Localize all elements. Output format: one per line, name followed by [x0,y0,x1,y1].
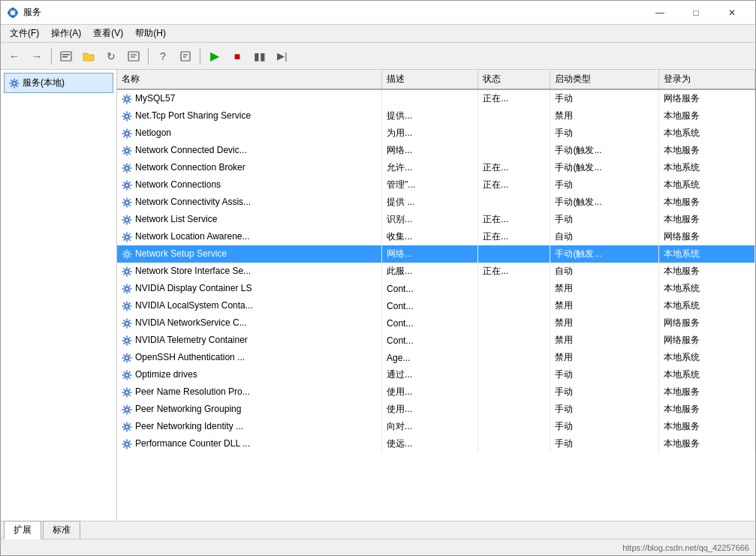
pause-button[interactable]: ▮▮ [249,46,270,67]
table-row[interactable]: Network Store Interface Se...此服...正在...自… [117,263,755,280]
service-gear-icon [122,232,132,242]
table-row[interactable]: Performance Counter DLL ...使远...手动本地服务 [117,435,755,452]
svg-point-25 [125,252,129,256]
menu-view[interactable]: 查看(V) [87,26,129,41]
restart-button[interactable]: ▶| [272,46,293,67]
table-row[interactable]: Net.Tcp Port Sharing Service提供...禁用本地服务 [117,107,755,125]
svg-point-34 [125,407,129,411]
sidebar-item-local-services[interactable]: 服务(本地) [4,73,113,93]
start-button[interactable]: ▶ [204,46,225,67]
svg-point-28 [125,304,129,308]
properties-button[interactable] [175,46,196,67]
table-row[interactable]: NVIDIA Display Container LSCont...禁用本地系统 [117,280,755,297]
maximize-button[interactable]: □ [679,2,713,24]
svg-point-35 [125,425,129,428]
stop-button[interactable]: ■ [227,46,248,67]
refresh-button[interactable]: ↻ [101,46,122,67]
service-gear-icon [122,284,132,294]
svg-point-16 [125,97,129,101]
svg-point-15 [13,81,17,85]
table-row[interactable]: NVIDIA LocalSystem Conta...Cont...禁用本地系统 [117,297,755,314]
svg-point-29 [125,321,129,325]
col-header-desc[interactable]: 描述 [382,70,478,89]
tab-bar: 扩展 标准 [1,521,755,539]
main-content: 服务(本地) 名称 描述 状态 启动类型 登录为 [1,70,755,521]
table-row[interactable]: Peer Networking Grouping使用...手动本地服务 [117,401,755,418]
services-table: 名称 描述 状态 启动类型 登录为 MySQL57正在...手动网络服务 Net… [117,70,755,452]
svg-point-36 [125,442,129,446]
service-gear-icon [122,353,132,363]
svg-point-23 [125,218,129,221]
service-gear-icon [122,249,132,260]
close-button[interactable]: ✕ [715,2,749,24]
svg-rect-7 [62,54,70,56]
svg-point-21 [125,183,129,187]
title-bar-left: 服务 [7,6,41,19]
sidebar-label: 服务(本地) [23,77,65,89]
toolbar-separator-1 [51,48,52,65]
service-gear-icon [122,370,132,380]
col-header-startup[interactable]: 启动类型 [550,70,658,89]
service-gear-icon [122,111,132,122]
service-gear-icon [122,215,132,225]
service-gear-icon [122,404,132,415]
sidebar: 服务(本地) [1,70,117,521]
service-gear-icon [122,439,132,449]
service-gear-icon [122,318,132,329]
table-row[interactable]: Peer Name Resolution Pro...使用...手动本地服务 [117,383,755,401]
svg-rect-3 [12,16,14,18]
table-row[interactable]: Network Connection Broker允许...正在...手动(触发… [117,159,755,176]
svg-point-17 [125,114,129,118]
show-hide-console-button[interactable] [56,46,77,67]
svg-rect-8 [62,56,68,58]
table-row[interactable]: Network Connectivity Assis...提供 ...手动(触发… [117,194,755,211]
service-gear-icon [122,266,132,277]
service-gear-icon [122,422,132,432]
table-row[interactable]: Netlogon为用...手动本地系统 [117,125,755,142]
status-url: https://blog.csdn.net/qq_42257666 [622,543,749,552]
table-row[interactable]: MySQL57正在...手动网络服务 [117,89,755,107]
menu-help[interactable]: 帮助(H) [129,26,172,41]
table-row[interactable]: Peer Networking Identity ...向对...手动本地服务 [117,418,755,435]
service-gear-icon [122,301,132,311]
table-row[interactable]: Network List Service识别...正在...手动本地服务 [117,211,755,228]
table-row[interactable]: OpenSSH Authentication ...Age...禁用本地系统 [117,349,755,366]
table-row[interactable]: NVIDIA NetworkService C...Cont...禁用网络服务 [117,314,755,332]
folder-button[interactable] [78,46,99,67]
col-header-name[interactable]: 名称 [117,70,382,89]
table-row[interactable]: NVIDIA Telemetry ContainerCont...禁用网络服务 [117,332,755,349]
table-row[interactable]: Network Location Awarene...收集...正在...自动网… [117,228,755,245]
table-row[interactable]: Network Setup Service网络...手动(触发...本地系统 [117,245,755,263]
service-gear-icon [122,94,132,104]
help-button[interactable]: ? [152,46,173,67]
service-gear-icon [122,335,132,346]
svg-point-20 [125,166,129,170]
col-header-login[interactable]: 登录为 [658,70,754,89]
service-gear-icon [122,163,132,173]
toolbar-separator-3 [200,48,200,65]
back-button[interactable]: ← [4,46,25,67]
table-row[interactable]: Optimize drives通过...手动本地系统 [117,366,755,383]
title-controls: — □ ✕ [643,2,749,24]
table-row[interactable]: Network Connected Devic...网络...手动(触发...本… [117,142,755,159]
tab-extended[interactable]: 扩展 [4,521,41,539]
menu-file[interactable]: 文件(F) [4,26,45,41]
table-row[interactable]: Network Connections管理"...正在...手动本地系统 [117,176,755,194]
toolbar: ← → ↻ ? ▶ ■ ▮▮ ▶| [1,43,755,70]
service-rows: MySQL57正在...手动网络服务 Net.Tcp Port Sharing … [117,89,755,452]
minimize-button[interactable]: — [643,2,677,24]
col-header-status[interactable]: 状态 [478,70,550,89]
forward-button[interactable]: → [26,46,47,67]
service-gear-icon [122,387,132,398]
svg-point-26 [125,269,129,273]
svg-rect-5 [16,12,18,14]
svg-rect-4 [8,12,10,14]
svg-point-31 [125,356,129,359]
service-gear-icon [122,128,132,139]
service-table[interactable]: 名称 描述 状态 启动类型 登录为 MySQL57正在...手动网络服务 Net… [117,70,755,521]
menu-action[interactable]: 操作(A) [45,26,87,41]
svg-point-27 [125,287,129,290]
svg-point-30 [125,338,129,342]
tab-standard[interactable]: 标准 [43,521,80,539]
export-button[interactable] [123,46,144,67]
